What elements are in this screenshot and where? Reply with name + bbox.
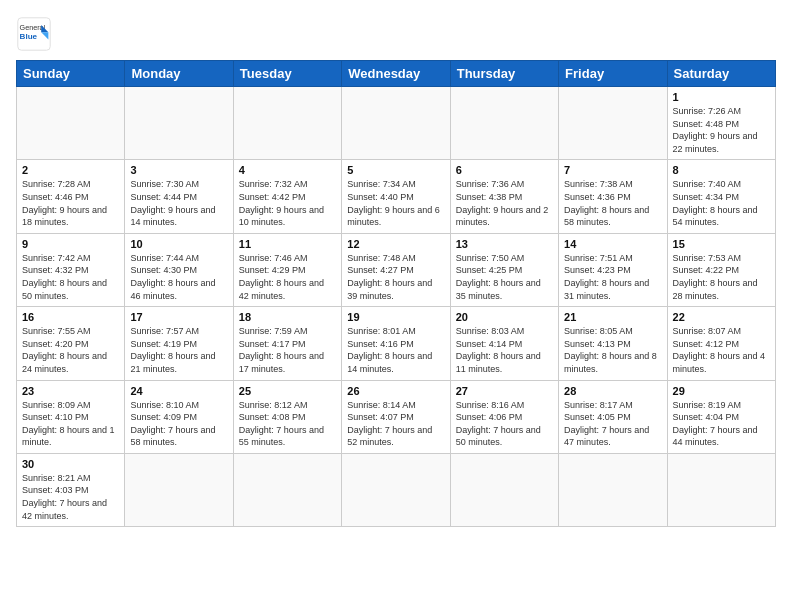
day-info: Sunrise: 7:48 AM Sunset: 4:27 PM Dayligh… bbox=[347, 252, 444, 302]
calendar-cell: 6Sunrise: 7:36 AM Sunset: 4:38 PM Daylig… bbox=[450, 160, 558, 233]
calendar-cell bbox=[233, 87, 341, 160]
calendar-cell: 1Sunrise: 7:26 AM Sunset: 4:48 PM Daylig… bbox=[667, 87, 775, 160]
calendar-cell: 21Sunrise: 8:05 AM Sunset: 4:13 PM Dayli… bbox=[559, 307, 667, 380]
calendar-cell: 28Sunrise: 8:17 AM Sunset: 4:05 PM Dayli… bbox=[559, 380, 667, 453]
day-info: Sunrise: 8:21 AM Sunset: 4:03 PM Dayligh… bbox=[22, 472, 119, 522]
day-number: 8 bbox=[673, 164, 770, 176]
day-info: Sunrise: 7:38 AM Sunset: 4:36 PM Dayligh… bbox=[564, 178, 661, 228]
day-number: 24 bbox=[130, 385, 227, 397]
day-info: Sunrise: 8:19 AM Sunset: 4:04 PM Dayligh… bbox=[673, 399, 770, 449]
day-number: 12 bbox=[347, 238, 444, 250]
day-info: Sunrise: 7:46 AM Sunset: 4:29 PM Dayligh… bbox=[239, 252, 336, 302]
day-number: 11 bbox=[239, 238, 336, 250]
calendar-cell: 20Sunrise: 8:03 AM Sunset: 4:14 PM Dayli… bbox=[450, 307, 558, 380]
calendar-cell: 2Sunrise: 7:28 AM Sunset: 4:46 PM Daylig… bbox=[17, 160, 125, 233]
day-info: Sunrise: 7:32 AM Sunset: 4:42 PM Dayligh… bbox=[239, 178, 336, 228]
day-of-week-header: Monday bbox=[125, 61, 233, 87]
calendar-week-row: 16Sunrise: 7:55 AM Sunset: 4:20 PM Dayli… bbox=[17, 307, 776, 380]
day-number: 3 bbox=[130, 164, 227, 176]
day-info: Sunrise: 7:44 AM Sunset: 4:30 PM Dayligh… bbox=[130, 252, 227, 302]
calendar-cell: 3Sunrise: 7:30 AM Sunset: 4:44 PM Daylig… bbox=[125, 160, 233, 233]
day-info: Sunrise: 7:59 AM Sunset: 4:17 PM Dayligh… bbox=[239, 325, 336, 375]
calendar-cell: 8Sunrise: 7:40 AM Sunset: 4:34 PM Daylig… bbox=[667, 160, 775, 233]
day-of-week-header: Friday bbox=[559, 61, 667, 87]
day-info: Sunrise: 8:07 AM Sunset: 4:12 PM Dayligh… bbox=[673, 325, 770, 375]
day-number: 6 bbox=[456, 164, 553, 176]
day-info: Sunrise: 8:09 AM Sunset: 4:10 PM Dayligh… bbox=[22, 399, 119, 449]
calendar-cell: 29Sunrise: 8:19 AM Sunset: 4:04 PM Dayli… bbox=[667, 380, 775, 453]
day-info: Sunrise: 8:10 AM Sunset: 4:09 PM Dayligh… bbox=[130, 399, 227, 449]
calendar-cell: 16Sunrise: 7:55 AM Sunset: 4:20 PM Dayli… bbox=[17, 307, 125, 380]
calendar-cell: 15Sunrise: 7:53 AM Sunset: 4:22 PM Dayli… bbox=[667, 233, 775, 306]
day-number: 2 bbox=[22, 164, 119, 176]
calendar-cell: 19Sunrise: 8:01 AM Sunset: 4:16 PM Dayli… bbox=[342, 307, 450, 380]
day-number: 18 bbox=[239, 311, 336, 323]
day-info: Sunrise: 7:34 AM Sunset: 4:40 PM Dayligh… bbox=[347, 178, 444, 228]
day-info: Sunrise: 7:26 AM Sunset: 4:48 PM Dayligh… bbox=[673, 105, 770, 155]
day-info: Sunrise: 7:30 AM Sunset: 4:44 PM Dayligh… bbox=[130, 178, 227, 228]
day-number: 10 bbox=[130, 238, 227, 250]
day-number: 27 bbox=[456, 385, 553, 397]
day-info: Sunrise: 8:03 AM Sunset: 4:14 PM Dayligh… bbox=[456, 325, 553, 375]
day-info: Sunrise: 7:53 AM Sunset: 4:22 PM Dayligh… bbox=[673, 252, 770, 302]
day-info: Sunrise: 8:14 AM Sunset: 4:07 PM Dayligh… bbox=[347, 399, 444, 449]
calendar-cell: 12Sunrise: 7:48 AM Sunset: 4:27 PM Dayli… bbox=[342, 233, 450, 306]
svg-text:Blue: Blue bbox=[20, 32, 38, 41]
logo-icon: General Blue bbox=[16, 16, 52, 52]
calendar-cell bbox=[125, 87, 233, 160]
calendar-cell: 5Sunrise: 7:34 AM Sunset: 4:40 PM Daylig… bbox=[342, 160, 450, 233]
calendar-cell: 24Sunrise: 8:10 AM Sunset: 4:09 PM Dayli… bbox=[125, 380, 233, 453]
calendar-week-row: 1Sunrise: 7:26 AM Sunset: 4:48 PM Daylig… bbox=[17, 87, 776, 160]
calendar-cell: 27Sunrise: 8:16 AM Sunset: 4:06 PM Dayli… bbox=[450, 380, 558, 453]
day-number: 25 bbox=[239, 385, 336, 397]
calendar-cell: 7Sunrise: 7:38 AM Sunset: 4:36 PM Daylig… bbox=[559, 160, 667, 233]
day-info: Sunrise: 7:42 AM Sunset: 4:32 PM Dayligh… bbox=[22, 252, 119, 302]
day-number: 7 bbox=[564, 164, 661, 176]
calendar-cell bbox=[450, 87, 558, 160]
calendar-header-row: SundayMondayTuesdayWednesdayThursdayFrid… bbox=[17, 61, 776, 87]
day-of-week-header: Sunday bbox=[17, 61, 125, 87]
calendar-cell: 13Sunrise: 7:50 AM Sunset: 4:25 PM Dayli… bbox=[450, 233, 558, 306]
day-info: Sunrise: 8:01 AM Sunset: 4:16 PM Dayligh… bbox=[347, 325, 444, 375]
calendar-cell bbox=[17, 87, 125, 160]
calendar-cell: 11Sunrise: 7:46 AM Sunset: 4:29 PM Dayli… bbox=[233, 233, 341, 306]
calendar-cell bbox=[559, 453, 667, 526]
calendar-cell: 22Sunrise: 8:07 AM Sunset: 4:12 PM Dayli… bbox=[667, 307, 775, 380]
calendar-body: 1Sunrise: 7:26 AM Sunset: 4:48 PM Daylig… bbox=[17, 87, 776, 527]
calendar-cell: 10Sunrise: 7:44 AM Sunset: 4:30 PM Dayli… bbox=[125, 233, 233, 306]
calendar-cell: 18Sunrise: 7:59 AM Sunset: 4:17 PM Dayli… bbox=[233, 307, 341, 380]
calendar-cell: 17Sunrise: 7:57 AM Sunset: 4:19 PM Dayli… bbox=[125, 307, 233, 380]
day-info: Sunrise: 7:40 AM Sunset: 4:34 PM Dayligh… bbox=[673, 178, 770, 228]
day-number: 16 bbox=[22, 311, 119, 323]
day-number: 9 bbox=[22, 238, 119, 250]
calendar-cell: 26Sunrise: 8:14 AM Sunset: 4:07 PM Dayli… bbox=[342, 380, 450, 453]
day-info: Sunrise: 7:50 AM Sunset: 4:25 PM Dayligh… bbox=[456, 252, 553, 302]
day-number: 22 bbox=[673, 311, 770, 323]
calendar-cell bbox=[342, 87, 450, 160]
day-of-week-header: Saturday bbox=[667, 61, 775, 87]
day-info: Sunrise: 8:16 AM Sunset: 4:06 PM Dayligh… bbox=[456, 399, 553, 449]
day-number: 29 bbox=[673, 385, 770, 397]
calendar-week-row: 30Sunrise: 8:21 AM Sunset: 4:03 PM Dayli… bbox=[17, 453, 776, 526]
day-number: 4 bbox=[239, 164, 336, 176]
day-info: Sunrise: 8:05 AM Sunset: 4:13 PM Dayligh… bbox=[564, 325, 661, 375]
day-number: 23 bbox=[22, 385, 119, 397]
day-number: 17 bbox=[130, 311, 227, 323]
day-number: 15 bbox=[673, 238, 770, 250]
day-number: 28 bbox=[564, 385, 661, 397]
calendar-cell: 25Sunrise: 8:12 AM Sunset: 4:08 PM Dayli… bbox=[233, 380, 341, 453]
day-number: 19 bbox=[347, 311, 444, 323]
calendar-cell: 14Sunrise: 7:51 AM Sunset: 4:23 PM Dayli… bbox=[559, 233, 667, 306]
calendar-cell: 9Sunrise: 7:42 AM Sunset: 4:32 PM Daylig… bbox=[17, 233, 125, 306]
day-info: Sunrise: 8:17 AM Sunset: 4:05 PM Dayligh… bbox=[564, 399, 661, 449]
calendar-week-row: 23Sunrise: 8:09 AM Sunset: 4:10 PM Dayli… bbox=[17, 380, 776, 453]
day-info: Sunrise: 8:12 AM Sunset: 4:08 PM Dayligh… bbox=[239, 399, 336, 449]
day-of-week-header: Wednesday bbox=[342, 61, 450, 87]
calendar-week-row: 2Sunrise: 7:28 AM Sunset: 4:46 PM Daylig… bbox=[17, 160, 776, 233]
day-number: 26 bbox=[347, 385, 444, 397]
day-number: 13 bbox=[456, 238, 553, 250]
calendar-cell bbox=[342, 453, 450, 526]
calendar-cell: 23Sunrise: 8:09 AM Sunset: 4:10 PM Dayli… bbox=[17, 380, 125, 453]
day-info: Sunrise: 7:36 AM Sunset: 4:38 PM Dayligh… bbox=[456, 178, 553, 228]
calendar-cell bbox=[125, 453, 233, 526]
